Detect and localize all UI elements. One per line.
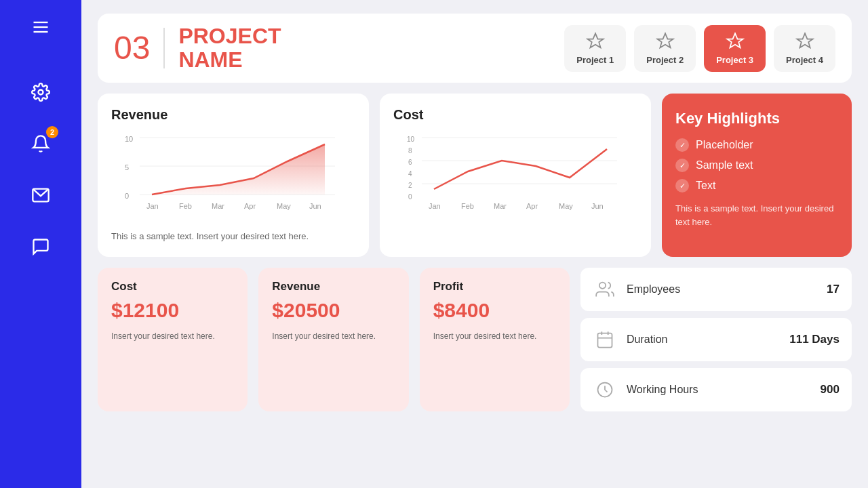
svg-text:8: 8 [408,147,412,155]
svg-text:Jun: Jun [309,202,321,210]
svg-text:May: May [559,202,573,210]
svg-text:May: May [277,202,291,210]
stat-value-profit: $8400 [433,299,556,322]
charts-row: Revenue 10 5 0 [98,94,852,257]
stats-metrics-row: Cost $12100 Insert your desired text her… [98,268,852,411]
stat-card-revenue: Revenue $20500 Insert your desired text … [258,268,408,411]
svg-text:Mar: Mar [494,202,507,210]
project-number: 03 [114,32,150,64]
menu-icon[interactable] [27,14,54,41]
highlight-item-2: ✓ Sample text [675,159,838,172]
tab-project-1[interactable]: Project 1 [564,25,626,72]
employees-icon [593,277,617,302]
calendar-icon [593,327,617,352]
svg-point-3 [39,90,43,95]
check-icon-3: ✓ [675,179,689,192]
metrics-column: Employees 17 Duration 111 Days Working H… [580,268,852,411]
sidebar: 2 [0,0,81,488]
notification-badge: 2 [46,126,58,138]
header-left: 03 PROJECT NAME [114,24,281,72]
project-title: PROJECT NAME [178,24,281,72]
project-tabs: Project 1 Project 2 Project 3 Project 4 [564,25,835,72]
svg-point-33 [599,282,606,288]
highlight-item-1: ✓ Placeholder [675,138,838,152]
stat-desc-cost: Insert your desired text here. [111,330,234,342]
tab-project-3[interactable]: Project 3 [704,25,766,72]
highlights-description: This is a sample text. Insert your desir… [675,202,838,228]
metric-working-hours: Working Hours 900 [580,368,852,411]
metric-label-working-hours: Working Hours [627,384,811,396]
metric-label-employees: Employees [627,283,817,296]
metric-employees: Employees 17 [580,268,852,311]
chat-icon[interactable] [27,233,54,260]
svg-text:10: 10 [407,136,415,143]
tab-project-4[interactable]: Project 4 [774,25,835,72]
svg-text:Apr: Apr [526,202,538,210]
stat-value-cost: $12100 [111,299,234,322]
metric-value-duration: 111 Days [789,333,840,346]
main-content: 03 PROJECT NAME Project 1 Project 2 Proj… [81,0,868,488]
revenue-chart-description: This is a sample text. Insert your desir… [111,230,355,243]
metric-duration: Duration 111 Days [580,318,852,361]
svg-text:Jan: Jan [429,202,441,210]
stat-desc-profit: Insert your desired text here. [433,330,556,342]
bell-icon[interactable]: 2 [27,130,54,157]
svg-text:0: 0 [408,193,412,201]
metric-label-duration: Duration [627,333,780,346]
check-icon-2: ✓ [675,159,689,172]
settings-icon[interactable] [27,79,54,106]
svg-text:Feb: Feb [461,202,474,210]
stat-card-cost: Cost $12100 Insert your desired text her… [98,268,248,411]
svg-text:Feb: Feb [179,202,192,210]
svg-marker-11 [152,144,325,195]
metric-value-working-hours: 900 [821,383,840,396]
svg-text:6: 6 [408,159,412,166]
revenue-chart-card: Revenue 10 5 0 [98,94,369,257]
svg-text:10: 10 [125,135,133,143]
cost-chart-title: Cost [393,107,637,123]
highlight-item-3: ✓ Text [675,179,838,192]
revenue-chart-title: Revenue [111,107,355,123]
tab-project-2[interactable]: Project 2 [634,25,696,72]
stat-value-revenue: $20500 [272,299,395,322]
svg-rect-34 [597,333,612,348]
header-divider [163,28,165,68]
cost-chart-card: Cost 10 8 6 4 2 0 Jan Feb Mar [380,94,651,257]
highlights-card: Key Highlights ✓ Placeholder ✓ Sample te… [662,94,852,257]
mail-icon[interactable] [27,182,54,209]
svg-text:2: 2 [408,182,412,189]
stat-card-profit: Profit $8400 Insert your desired text he… [420,268,570,411]
svg-text:Jun: Jun [591,202,604,210]
svg-text:0: 0 [125,192,129,200]
stat-label-revenue: Revenue [272,280,395,293]
clock-icon [593,378,617,402]
stat-label-cost: Cost [111,280,234,293]
metric-value-employees: 17 [827,283,840,296]
cost-chart: 10 8 6 4 2 0 Jan Feb Mar Apr May [393,131,637,219]
svg-text:5: 5 [125,163,129,171]
revenue-chart: 10 5 0 Jan F [111,131,355,219]
svg-text:Mar: Mar [212,202,224,210]
stat-label-profit: Profit [433,280,556,293]
svg-text:Jan: Jan [146,202,159,210]
svg-text:Apr: Apr [244,202,256,210]
check-icon-1: ✓ [675,138,689,152]
stat-desc-revenue: Insert your desired text here. [272,330,395,342]
svg-text:4: 4 [408,170,412,178]
header-card: 03 PROJECT NAME Project 1 Project 2 Proj… [98,14,852,83]
highlights-title: Key Highlights [675,110,838,127]
